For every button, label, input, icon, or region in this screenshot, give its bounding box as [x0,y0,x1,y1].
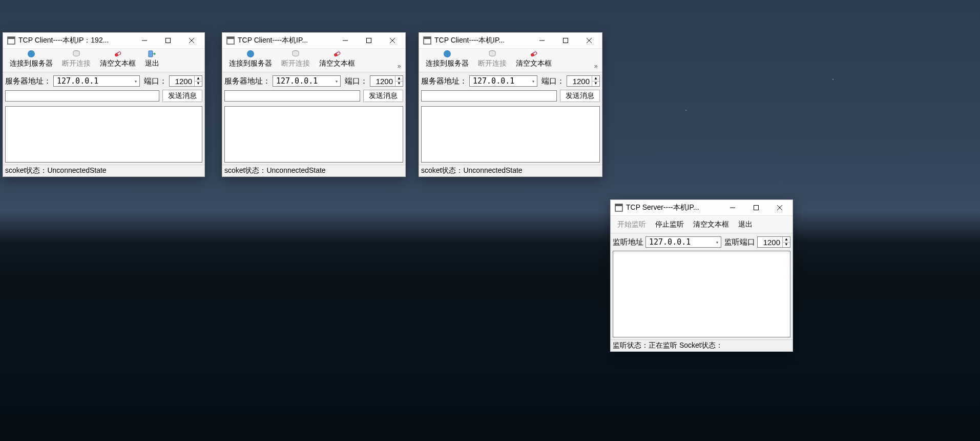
connect-button[interactable]: 连接到服务器 [422,48,472,70]
send-button[interactable]: 发送消息 [560,90,600,102]
desktop-wallpaper: TCP Client----本机IP：192... 连接到服务器 断开连接 清空… [0,0,980,441]
spinbox-arrows[interactable]: ▲▼ [782,237,790,247]
log-textarea[interactable] [613,251,790,337]
close-button[interactable] [180,33,203,48]
send-button[interactable]: 发送消息 [162,90,202,102]
exit-button[interactable]: 退出 [735,214,756,231]
socket-status-text: scoket状态：UnconnectedState [421,166,523,175]
clear-button[interactable]: 清空文本框 [316,48,359,70]
message-input[interactable] [5,90,159,102]
message-row: 发送消息 [5,90,202,102]
start-listen-button[interactable]: 开始监听 [614,214,650,231]
log-textarea[interactable] [224,106,403,163]
close-button[interactable] [577,33,601,48]
spinbox-arrows[interactable]: ▲▼ [592,76,599,86]
log-textarea[interactable] [421,106,600,163]
listen-addr-combo[interactable]: 127.0.0.1 ▾ [645,236,721,248]
tcp-server-window: TCP Server----本机IP... 开始监听 停止监听 清空文本框 退出… [610,199,793,352]
tcp-client-window: TCP Client----本机IP：192... 连接到服务器 断开连接 清空… [3,32,205,177]
message-input[interactable] [421,90,557,102]
status-bar: 监听状态：正在监听 Socket状态： [611,339,793,351]
svg-rect-14 [367,38,371,43]
server-addr-combo[interactable]: 127.0.0.1 ▾ [469,75,537,87]
port-value[interactable] [370,76,395,86]
disconnect-button[interactable]: 断开连接 [58,48,94,70]
disk-icon [72,50,80,58]
listen-port-label: 监听端口 [724,237,755,247]
svg-rect-24 [564,38,568,43]
minimize-button[interactable] [530,33,554,48]
minimize-button[interactable] [721,200,744,215]
overflow-chevron[interactable]: » [395,63,403,70]
overflow-chevron[interactable]: » [592,63,600,70]
maximize-button[interactable] [744,200,768,215]
port-spinbox[interactable]: ▲▼ [169,75,202,87]
server-addr-value: 127.0.0.1 [473,76,514,86]
app-icon [226,36,235,45]
listen-port-spinbox[interactable]: ▲▼ [757,236,790,248]
send-button[interactable]: 发送消息 [363,90,403,102]
stop-listen-button[interactable]: 停止监听 [652,214,687,231]
exit-icon [148,50,156,58]
server-addr-combo[interactable]: 127.0.0.1 ▾ [273,75,341,87]
maximize-button[interactable] [357,33,381,48]
svg-rect-22 [424,37,431,39]
close-button[interactable] [381,33,404,48]
maximize-button[interactable] [156,33,180,48]
disk-icon [488,50,496,58]
svg-rect-1 [8,37,15,39]
chevron-down-icon: ▾ [134,78,137,84]
port-spinbox[interactable]: ▲▼ [567,75,600,87]
svg-rect-32 [615,204,622,206]
log-textarea[interactable] [5,106,202,163]
title-bar[interactable]: TCP Client----本机IP... [419,33,602,49]
clear-button[interactable]: 清空文本框 [690,214,733,231]
globe-icon [246,50,255,58]
clear-label: 清空文本框 [319,59,355,68]
app-icon [423,36,431,45]
exit-button[interactable]: 退出 [141,48,163,70]
connect-button[interactable]: 连接到服务器 [225,48,276,70]
title-bar[interactable]: TCP Client----本机IP：192... [3,33,204,49]
minimize-button[interactable] [333,33,357,48]
disconnect-button[interactable]: 断开连接 [474,48,510,70]
clear-button[interactable]: 清空文本框 [512,48,555,70]
title-bar[interactable]: TCP Server----本机IP... [611,200,793,216]
server-addr-value: 127.0.0.1 [276,76,318,86]
spinbox-arrows[interactable]: ▲▼ [395,76,403,86]
svg-rect-12 [227,37,234,39]
maximize-button[interactable] [554,33,577,48]
chevron-down-icon: ▾ [335,78,338,84]
status-bar: scoket状态：UnconnectedState [419,165,602,176]
app-icon [7,36,15,45]
minimize-button[interactable] [133,33,156,48]
server-addr-combo[interactable]: 127.0.0.1 ▾ [53,75,140,87]
port-spinbox[interactable]: ▲▼ [370,75,403,87]
port-value[interactable] [170,76,194,86]
globe-icon [443,50,451,58]
status-bar: scoket状态：UnconnectedState [3,165,204,176]
tcp-client-window: TCP Client----本机IP... 连接到服务器 断开连接 清空文本框 … [419,32,602,177]
message-input[interactable] [224,90,360,102]
toolbar: 连接到服务器 断开连接 清空文本框 退出 » [3,49,204,72]
disconnect-button[interactable]: 断开连接 [278,48,314,70]
port-value[interactable] [567,76,592,86]
pill-icon [333,50,341,58]
toolbar: 连接到服务器 断开连接 清空文本框 » [222,49,405,72]
clear-label: 清空文本框 [516,59,552,68]
globe-icon [27,50,35,58]
close-button[interactable] [768,200,791,215]
disconnect-label: 断开连接 [281,59,310,68]
connect-label: 连接到服务器 [10,59,53,68]
address-row: 服务器地址： 127.0.0.1 ▾ 端口： ▲▼ [224,74,403,88]
toolbar: 开始监听 停止监听 清空文本框 退出 [611,216,793,233]
disconnect-label: 断开连接 [478,59,507,68]
title-bar[interactable]: TCP Client----本机IP... [222,33,405,49]
listen-status-text: 监听状态：正在监听 Socket状态： [613,341,723,350]
spinbox-arrows[interactable]: ▲▼ [194,76,202,86]
window-title: TCP Server----本机IP... [626,203,699,212]
listen-port-value[interactable] [758,237,782,247]
connect-button[interactable]: 连接到服务器 [6,48,56,70]
clear-button[interactable]: 清空文本框 [96,48,139,70]
address-row: 服务器地址： 127.0.0.1 ▾ 端口： ▲▼ [421,74,600,88]
